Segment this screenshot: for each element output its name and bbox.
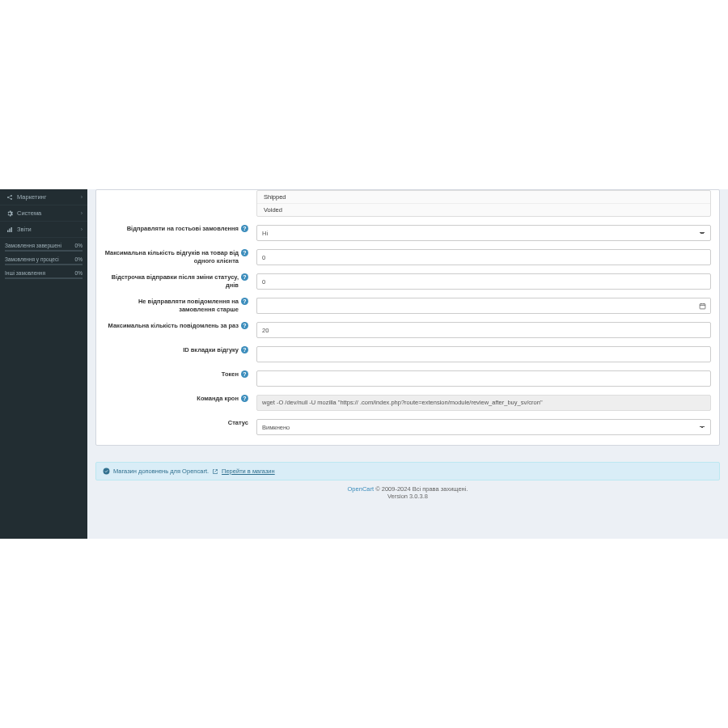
settings-panel: Shipped Voided Відправляти на гостьові з…	[95, 189, 720, 446]
order-status-list[interactable]: Shipped Voided	[256, 190, 711, 217]
help-icon[interactable]: ?	[241, 322, 248, 329]
stat-label: Замовлення у процесі	[5, 256, 59, 262]
help-icon[interactable]: ?	[241, 346, 248, 353]
stat-row: Інші замовлення0%	[5, 270, 83, 279]
sidebar-stats: Замовлення завершені0% Замовлення у проц…	[0, 238, 87, 284]
calendar-icon	[699, 303, 706, 310]
help-icon[interactable]: ?	[241, 395, 248, 402]
field-label: Не відправляти повідомлення на замовленн…	[104, 298, 239, 314]
list-item[interactable]: Shipped	[257, 191, 710, 203]
svg-rect-6	[700, 303, 705, 308]
max-reviews-input[interactable]	[256, 249, 711, 265]
guest-orders-select[interactable]: Ні	[256, 225, 711, 241]
stat-value: 0%	[75, 256, 83, 262]
info-alert: Магазин доповнень для Opencart. Перейти …	[95, 462, 720, 480]
help-icon[interactable]: ?	[241, 249, 248, 256]
main-content: Shipped Voided Відправляти на гостьові з…	[87, 189, 728, 539]
svg-point-2	[11, 198, 12, 200]
calendar-button[interactable]	[696, 298, 711, 314]
help-icon[interactable]: ?	[241, 273, 248, 281]
stat-row: Замовлення у процесі0%	[5, 256, 83, 265]
chevron-right-icon: ›	[81, 226, 83, 232]
cron-command-display: wget -O /dev/null -U mozilla "https:// .…	[256, 395, 711, 411]
older-than-date-input[interactable]	[256, 298, 696, 314]
field-label: Статус	[228, 419, 248, 427]
field-label: Максимальна кількість повідомлень за раз	[108, 322, 239, 330]
share-icon	[6, 194, 13, 201]
check-circle-icon	[103, 468, 110, 475]
sidebar-item-system[interactable]: Система ›	[0, 205, 87, 222]
footer-version: Version 3.0.3.8	[87, 493, 728, 500]
token-input[interactable]	[256, 370, 711, 387]
field-label: Токен	[222, 370, 239, 379]
svg-rect-5	[11, 227, 13, 232]
sidebar-item-marketing[interactable]: Маркетинг ›	[0, 189, 87, 205]
stat-value: 0%	[75, 243, 83, 248]
field-label: Команда крон	[197, 395, 239, 403]
sidebar-item-label: Звіти	[17, 226, 81, 233]
chevron-right-icon: ›	[81, 210, 83, 216]
max-messages-input[interactable]	[256, 322, 711, 338]
stat-row: Замовлення завершені0%	[5, 243, 83, 252]
stat-label: Інші замовлення	[5, 270, 45, 276]
status-select[interactable]: Вимкнено	[256, 419, 711, 435]
footer: OpenCart © 2009-2024 Всі права захищені.…	[87, 480, 728, 508]
field-label: Максимальна кількість відгуків на товар …	[104, 249, 239, 265]
sidebar-item-reports[interactable]: Звіти ›	[0, 222, 87, 238]
bar-chart-icon	[6, 226, 13, 233]
list-item[interactable]: Voided	[257, 203, 710, 216]
alert-link[interactable]: Перейти в магазин	[222, 468, 275, 475]
help-icon[interactable]: ?	[241, 370, 248, 378]
tab-id-input[interactable]	[256, 346, 711, 362]
field-label: Відправляти на гостьові замовлення	[127, 225, 239, 233]
sidebar-item-label: Маркетинг	[17, 193, 81, 201]
footer-brand-link[interactable]: OpenCart	[348, 485, 375, 493]
svg-rect-3	[7, 230, 9, 232]
help-icon[interactable]: ?	[241, 225, 248, 232]
alert-text: Магазин доповнень для Opencart.	[113, 468, 209, 475]
stat-label: Замовлення завершені	[5, 243, 61, 248]
delay-input[interactable]	[256, 273, 711, 290]
sidebar-item-label: Система	[17, 210, 81, 217]
footer-rights: © 2009-2024 Всі права захищені.	[374, 485, 468, 493]
svg-rect-4	[9, 228, 11, 232]
field-label: Відстрочка відправки після зміни статусу…	[104, 273, 239, 290]
field-label: ID вкладки відгуку	[183, 346, 239, 354]
stat-value: 0%	[75, 270, 83, 276]
gear-icon	[6, 210, 13, 217]
svg-point-1	[11, 195, 12, 197]
chevron-right-icon: ›	[81, 194, 83, 200]
help-icon[interactable]: ?	[241, 298, 248, 305]
external-link-icon	[212, 468, 218, 475]
sidebar: Маркетинг › Система › Звіти › Замовлення…	[0, 189, 87, 539]
